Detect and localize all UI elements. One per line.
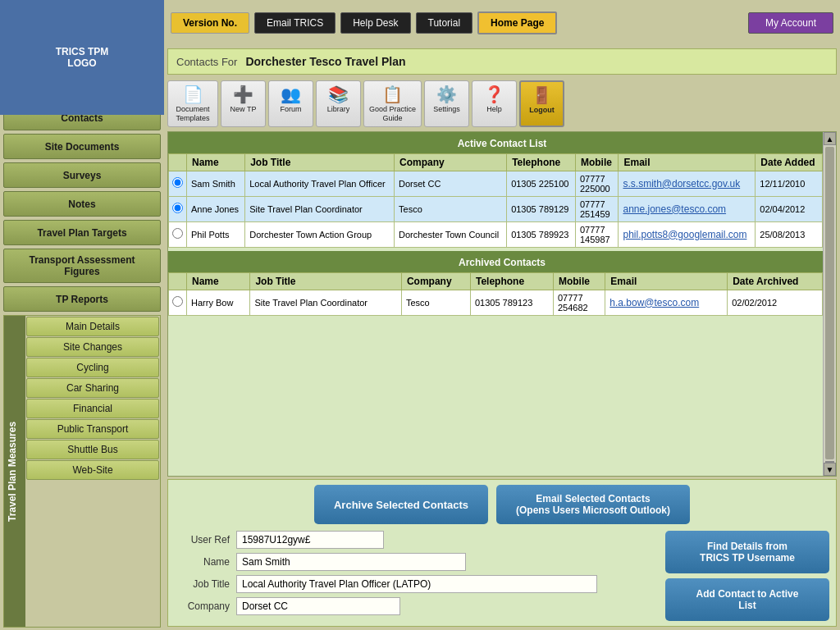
good-practice-button[interactable]: 📋 Good PracticeGuide [363,80,422,127]
scroll-down-btn[interactable]: ▼ [824,463,836,476]
settings-button[interactable]: ⚙️ Settings [424,80,469,127]
row3-mobile: 07777145987 [575,221,619,247]
sidebar-item-tm-financial[interactable]: Financial [26,399,159,418]
scrollbar[interactable]: ▲ ▼ [823,132,836,476]
sidebar-item-tm-cycling[interactable]: Cycling [26,358,159,377]
active-contact-header: Active Contact List [168,132,836,153]
help-desk-button[interactable]: Help Desk [340,12,410,34]
sidebar-item-tp-reports[interactable]: TP Reports [3,286,161,312]
form-fields: User Ref Name Job Title Company [175,531,657,615]
sidebar-item-surveys[interactable]: Surveys [3,162,161,188]
row4-job: Site Travel Plan Coordinator [250,290,401,315]
top-bar: Version No. Email TRICS Help Desk Tutori… [164,0,840,45]
settings-icon: ⚙️ [436,84,457,104]
name-input[interactable] [236,553,466,571]
archived-contacts-table: Name Job Title Company Telephone Mobile … [168,272,823,316]
settings-label: Settings [433,105,460,113]
action-buttons-row: Archive Selected Contacts Email Selected… [175,485,829,524]
sidebar-item-tm-main-details[interactable]: Main Details [26,317,159,336]
row4-email[interactable]: h.a.bow@tesco.com [605,290,728,315]
company-input[interactable] [236,597,400,615]
scroll-thumb[interactable] [825,147,834,459]
table-row: Harry Bow Site Travel Plan Coordinator T… [169,290,823,315]
row4-mobile: 07777254682 [553,290,605,315]
row4-company: Tesco [401,290,470,315]
sidebar-item-tm-public-transport[interactable]: Public Transport [26,419,159,439]
travel-plan-measures-section: Travel Plan Measures Main Details Site C… [3,315,161,628]
row1-radio[interactable] [172,177,183,188]
row3-radio[interactable] [172,228,183,239]
name-label: Name [175,556,236,568]
company-row: Company [175,597,657,615]
row2-date: 02/04/2012 [756,196,823,221]
col-mobile: Mobile [575,153,619,171]
row3-email[interactable]: phil.potts8@googlemail.com [619,221,756,247]
doc-templates-label: DocumentTemplates [176,105,209,123]
logout-icon: 🚪 [532,85,552,105]
row2-radio[interactable] [172,203,183,213]
job-title-label: Job Title [175,578,236,590]
library-label: Library [327,105,350,113]
col-company: Company [395,153,507,171]
col-name: Name [187,153,245,171]
row4-radio[interactable] [172,296,183,307]
contacts-tables-area: Active Contact List Name Job Title Compa… [167,131,837,477]
sidebar-item-notes[interactable]: Notes [3,191,161,217]
logo: TRICS TPM LOGO [0,0,164,115]
my-account-button[interactable]: My Account [748,12,833,34]
company-label: Company [175,600,236,612]
col-radio [169,153,187,171]
main-layout: Main Details Calendar Contacts Site Docu… [0,45,840,630]
user-ref-label: User Ref [175,534,236,546]
email-selected-button[interactable]: Email Selected Contacts(Opens Users Micr… [496,485,690,524]
row1-mobile: 07777225000 [575,171,619,196]
right-action-buttons: Find Details fromTRICS TP Username Add C… [665,531,829,621]
home-page-button[interactable]: Home Page [477,11,557,34]
archive-selected-button[interactable]: Archive Selected Contacts [314,485,488,524]
col-date-added: Date Added [756,153,823,171]
doc-templates-button[interactable]: 📄 DocumentTemplates [167,80,218,127]
sidebar-item-tm-car-sharing[interactable]: Car Sharing [26,378,159,398]
content-area: Contacts For Dorchester Tesco Travel Pla… [164,45,840,630]
job-title-input[interactable] [236,575,597,593]
sidebar-item-travel-plan-targets[interactable]: Travel Plan Targets [3,220,161,245]
new-tp-label: New TP [231,105,257,113]
new-tp-button[interactable]: ➕ New TP [221,80,266,127]
doc-templates-icon: 📄 [183,84,203,104]
row1-name: Sam Smith [187,171,245,196]
col-email: Email [619,153,756,171]
library-button[interactable]: 📚 Library [316,80,361,127]
find-details-button[interactable]: Find Details fromTRICS TP Username [665,531,829,573]
sidebar-item-tm-shuttle-bus[interactable]: Shuttle Bus [26,440,159,459]
logout-button[interactable]: 🚪 Logout [519,80,564,127]
help-label: Help [486,105,502,113]
col-job-title: Job Title [245,153,395,171]
row2-email[interactable]: anne.jones@tesco.com [619,196,756,221]
sidebar-item-tm-site-changes[interactable]: Site Changes [26,337,159,357]
sidebar-item-tm-web-site[interactable]: Web-Site [26,460,159,480]
row1-email[interactable]: s.s.smith@dorsetcc.gov.uk [619,171,756,196]
forum-button[interactable]: 👥 Forum [268,80,313,127]
new-tp-icon: ➕ [233,84,253,104]
forum-icon: 👥 [281,84,301,104]
row1-job: Local Authority Travel Plan Officer [245,171,395,196]
add-contact-button[interactable]: Add Contact to ActiveList [665,578,829,621]
sidebar-item-transport-assessment[interactable]: Transport Assessment Figures [3,249,161,283]
form-and-buttons: User Ref Name Job Title Company [175,531,829,621]
row4-telephone: 01305 789123 [470,290,553,315]
user-ref-input[interactable] [236,531,384,549]
contacts-for-label: Contacts For [176,56,237,68]
row3-company: Dorchester Town Council [395,221,507,247]
sidebar-item-site-documents[interactable]: Site Documents [3,134,161,159]
email-trics-button[interactable]: Email TRICS [254,12,336,34]
active-contact-section: Active Contact List Name Job Title Compa… [168,132,836,248]
tutorial-button[interactable]: Tutorial [416,12,473,34]
table-row: Anne Jones Site Travel Plan Coordinator … [169,196,823,221]
version-button[interactable]: Version No. [171,12,249,34]
job-title-row: Job Title [175,575,657,593]
contacts-for-value: Dorchester Tesco Travel Plan [245,55,405,68]
bottom-area: Archive Selected Contacts Email Selected… [167,479,837,627]
scroll-up-btn[interactable]: ▲ [824,132,836,145]
row3-name: Phil Potts [187,221,245,247]
help-button[interactable]: ❓ Help [472,80,517,127]
